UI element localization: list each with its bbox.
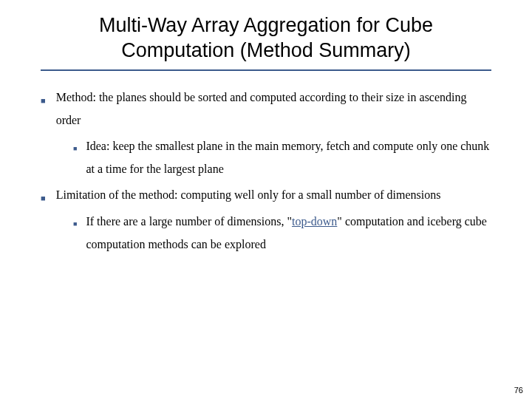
bullet-idea: ■ Idea: keep the smallest plane in the m… <box>73 134 491 180</box>
slide-title: Multi-Way Array Aggregation for Cube Com… <box>41 13 491 71</box>
bullet-square-icon: ■ <box>41 93 46 109</box>
bullet-top-down: ■ If there are a large number of dimensi… <box>73 210 491 256</box>
bullet-square-icon: ■ <box>41 191 46 206</box>
bullet-limitation: ■ Limitation of the method: computing we… <box>41 183 491 206</box>
bullet-square-icon: ■ <box>73 218 77 231</box>
page-number: 76 <box>514 386 523 395</box>
bullet-text: Limitation of the method: computing well… <box>56 183 491 206</box>
bullet-method: ■ Method: the planes should be sorted an… <box>41 86 491 132</box>
top-down-link: top-down <box>292 215 337 228</box>
bullet-text: If there are a large number of dimension… <box>86 210 491 256</box>
bullet-text: Idea: keep the smallest plane in the mai… <box>86 134 491 180</box>
text-pre: If there are a large number of dimension… <box>86 215 292 228</box>
slide-content: ■ Method: the planes should be sorted an… <box>41 86 491 256</box>
bullet-square-icon: ■ <box>73 143 77 156</box>
bullet-text: Method: the planes should be sorted and … <box>56 86 491 132</box>
